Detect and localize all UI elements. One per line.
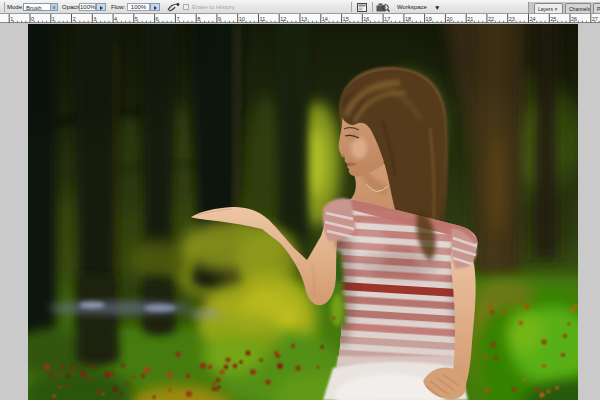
svg-text:16: 16 (363, 16, 369, 22)
svg-text:22: 22 (488, 16, 494, 22)
svg-text:12: 12 (280, 16, 286, 22)
svg-text:15: 15 (343, 16, 349, 22)
svg-text:6: 6 (156, 16, 159, 22)
svg-text:25: 25 (550, 16, 556, 22)
svg-text:19: 19 (426, 16, 432, 22)
svg-text:21: 21 (467, 16, 473, 22)
svg-text:5: 5 (135, 16, 138, 22)
svg-text:26: 26 (571, 16, 577, 22)
svg-text:3: 3 (93, 16, 96, 22)
svg-text:0: 0 (31, 16, 34, 22)
svg-text:24: 24 (530, 16, 536, 22)
svg-text:23: 23 (509, 16, 515, 22)
svg-text:14: 14 (322, 16, 328, 22)
svg-text:27: 27 (592, 16, 598, 22)
svg-text:4: 4 (114, 16, 117, 22)
svg-text:20: 20 (446, 16, 452, 22)
svg-text:7: 7 (176, 16, 179, 22)
svg-text:17: 17 (384, 16, 390, 22)
svg-text:9: 9 (218, 16, 221, 22)
svg-text:2: 2 (73, 16, 76, 22)
svg-text:1: 1 (52, 16, 55, 22)
svg-text:13: 13 (301, 16, 307, 22)
svg-text:8: 8 (197, 16, 200, 22)
svg-text:1: 1 (10, 16, 13, 22)
svg-text:10: 10 (239, 16, 245, 22)
svg-text:11: 11 (260, 16, 266, 22)
svg-text:18: 18 (405, 16, 411, 22)
